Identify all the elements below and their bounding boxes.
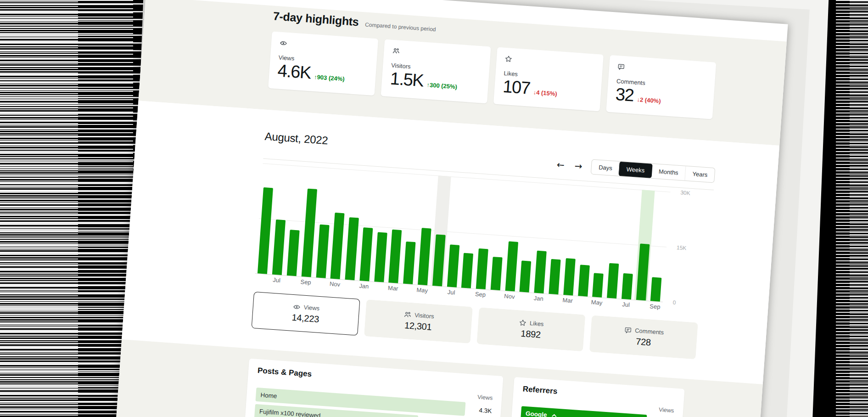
chart-period-title: August, 2022 <box>264 130 328 147</box>
x-tick-label <box>429 287 444 295</box>
y-tick-30k: 30K <box>680 189 690 196</box>
x-tick-label: Jan <box>531 294 546 302</box>
x-tick-label: Sep <box>648 303 663 310</box>
chart-bar[interactable] <box>622 273 633 299</box>
highlight-card-likes: Likes 107 ↓4 (15%) <box>493 47 604 112</box>
chart-bar[interactable] <box>650 277 662 301</box>
prev-period-button[interactable]: ← <box>555 159 566 170</box>
x-tick-label <box>342 281 357 289</box>
x-tick-label <box>516 293 532 301</box>
visitors-icon <box>392 47 482 62</box>
x-tick-label: Mar <box>560 297 575 304</box>
x-tick-label <box>255 275 270 283</box>
metric-tab-value: 12,301 <box>404 320 432 332</box>
metric-tab-value: 1892 <box>521 328 541 340</box>
y-tick-15k: 15K <box>677 244 687 251</box>
highlight-card-views: Views 4.6K ↑903 (24%) <box>268 31 378 96</box>
chart-section: August, 2022 ← → Days Weeks Months Years <box>122 101 779 384</box>
metric-tab-label: Comments <box>635 327 664 336</box>
x-tick-label <box>284 277 299 285</box>
x-tick-label <box>575 298 590 305</box>
granularity-option-days[interactable]: Days <box>591 160 620 176</box>
metric-tab-value: 728 <box>636 336 651 348</box>
metric-tab-label: Likes <box>530 320 544 327</box>
post-row-views: 4.3K <box>465 406 492 414</box>
metric-tab-likes[interactable]: Likes 1892 <box>476 307 585 351</box>
x-tick-label <box>546 295 561 303</box>
granularity-option-weeks[interactable]: Weeks <box>618 161 653 179</box>
x-tick-label: May <box>414 286 430 294</box>
bar-chart: JulSepNovJanMarMayJulSepNovJanMarMayJulS… <box>254 163 713 317</box>
x-tick-label <box>371 283 386 291</box>
x-tick-label: Mar <box>386 284 401 292</box>
referrer-row-label: Google <box>526 410 547 417</box>
highlight-card-delta: ↑300 (25%) <box>426 81 457 90</box>
chart-bar[interactable] <box>592 273 604 298</box>
highlight-card-value: 107 <box>502 78 531 98</box>
metric-tab-visitors[interactable]: Visitors 12,301 <box>364 299 473 344</box>
metric-tab-label: Views <box>303 304 319 311</box>
highlight-card-value: 4.6K <box>277 62 311 82</box>
highlight-card-delta: ↑903 (24%) <box>314 73 345 83</box>
referrers-card: Referrers Views Google 6.2K <box>502 377 685 417</box>
x-tick-label <box>313 279 328 287</box>
x-tick-label: Sep <box>473 290 488 298</box>
highlight-card-delta: ↓2 (40%) <box>637 96 661 105</box>
x-tick-label: Jan <box>357 282 372 290</box>
comment-icon <box>617 63 708 78</box>
metric-tab-value: 14,223 <box>291 312 319 324</box>
highlight-card-value: 1.5K <box>390 70 424 90</box>
granularity-option-years[interactable]: Years <box>685 166 715 182</box>
post-row-label: Fujifilm x100 reviewed <box>259 408 320 417</box>
x-tick-label: Nov <box>327 280 342 288</box>
highlight-card-value: 32 <box>615 85 634 105</box>
highlight-card-visitors: Visitors 1.5K ↑300 (25%) <box>381 39 491 103</box>
granularity-option-months[interactable]: Months <box>651 164 686 180</box>
metric-tab-views[interactable]: Views 14,223 <box>252 292 360 336</box>
chevron-up-icon <box>551 413 556 417</box>
x-tick-label: May <box>589 299 605 306</box>
visitors-icon <box>403 310 412 318</box>
y-tick-0: 0 <box>672 299 676 306</box>
x-tick-label: Jul <box>269 276 284 284</box>
x-tick-label: Sep <box>298 278 314 286</box>
x-tick-label <box>633 302 648 310</box>
highlights-title: 7-day highlights <box>273 9 359 28</box>
x-tick-label: Jul <box>618 300 633 308</box>
highlight-card-comments: Comments 32 ↓2 (40%) <box>606 55 716 119</box>
x-tick-label <box>400 285 415 293</box>
eye-icon <box>292 303 301 310</box>
comment-icon <box>624 326 632 333</box>
post-row-label: Home <box>260 391 277 399</box>
granularity-toggle: Days Weeks Months Years <box>591 159 715 183</box>
x-tick-label <box>487 291 503 299</box>
metric-tab-comments[interactable]: Comments 728 <box>589 315 698 359</box>
next-period-button[interactable]: → <box>573 160 583 171</box>
posts-pages-card: Posts & Pages Views Home 4.3K Fujifilm x… <box>237 359 503 417</box>
chart-controls: ← → Days Weeks Months Years <box>555 157 716 183</box>
star-icon <box>519 319 527 326</box>
x-tick-label <box>458 289 473 297</box>
star-icon <box>504 55 595 70</box>
stats-page: 7-day highlights Compared to previous pe… <box>102 0 788 417</box>
highlight-card-delta: ↓4 (15%) <box>533 89 557 97</box>
eye-icon <box>279 39 370 54</box>
x-tick-label: Jul <box>444 288 459 296</box>
x-tick-label: Nov <box>502 293 517 300</box>
highlights-subtitle: Compared to previous period <box>365 21 436 33</box>
x-tick-label <box>604 299 619 307</box>
metric-tab-label: Visitors <box>414 311 434 320</box>
